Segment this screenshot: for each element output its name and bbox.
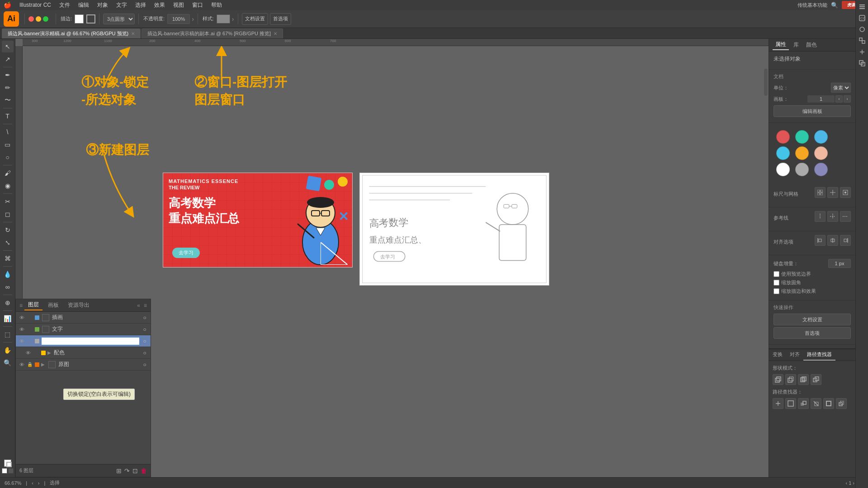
tab-1-close[interactable]: ✕ — [131, 31, 135, 36]
unit-select[interactable]: 像素 — [831, 83, 851, 93]
align-right-btn[interactable] — [840, 235, 851, 246]
shape-intersect-btn[interactable] — [798, 374, 809, 385]
tab-libraries[interactable]: 库 — [791, 40, 802, 50]
swatch-white[interactable] — [776, 163, 790, 176]
eraser-tool[interactable]: ◻ — [2, 208, 14, 220]
layer-eye-colors[interactable]: 👁 — [25, 350, 31, 356]
tab-pathfinder[interactable]: 路径查找器 — [803, 349, 835, 361]
layers-tab-layers[interactable]: 图层 — [24, 300, 42, 310]
layer-name-colors[interactable]: 配色 — [54, 349, 140, 357]
delete-layer-btn[interactable]: 🗑 — [141, 467, 147, 474]
line-tool[interactable]: \ — [2, 126, 14, 138]
layer-row-text[interactable]: 👁 文字 ○ — [16, 324, 151, 335]
swatch-orange[interactable] — [795, 146, 809, 160]
preferences-btn[interactable]: 首选项 — [270, 13, 291, 25]
tab-align[interactable]: 对齐 — [786, 349, 803, 361]
scale-tool[interactable]: ⤡ — [2, 237, 14, 249]
zoom-tool[interactable]: 🔍 — [2, 357, 14, 369]
pf-trim-btn[interactable] — [785, 398, 796, 409]
swatch-red[interactable] — [776, 130, 790, 144]
cc-libraries-icon[interactable]: CC — [857, 13, 867, 23]
opacity-input[interactable] — [167, 14, 190, 24]
preferences-quick-btn[interactable]: 首选项 — [774, 327, 851, 339]
menu-view[interactable]: 视图 — [170, 0, 188, 10]
shape-unite-btn[interactable] — [773, 374, 783, 385]
symbol-sprayer-tool[interactable]: ⊕ — [2, 297, 14, 309]
artboard-prev-btn[interactable]: ‹ — [835, 95, 843, 103]
layer-eye-new[interactable]: 👁 — [19, 338, 25, 344]
minimize-window-btn[interactable] — [36, 16, 41, 22]
layer-visibility-illustration[interactable]: ○ — [142, 314, 148, 321]
scroll-thumb-v[interactable] — [764, 69, 768, 96]
paintbrush-tool[interactable]: 🖌 — [2, 167, 14, 179]
align-left-btn[interactable] — [815, 235, 826, 246]
use-preview-bounds-checkbox[interactable] — [774, 271, 779, 277]
artboard-next-btn[interactable]: › — [844, 95, 851, 103]
blend-tool[interactable]: ∞ — [2, 281, 14, 293]
guide-btn2[interactable] — [827, 211, 838, 222]
appearance-icon[interactable] — [857, 24, 867, 34]
align-center-btn[interactable] — [827, 235, 838, 246]
menu-select[interactable]: 选择 — [132, 0, 150, 10]
ellipse-tool[interactable]: ○ — [2, 151, 14, 163]
stroke-color-chip[interactable] — [86, 14, 95, 23]
swatch-gray[interactable] — [795, 163, 809, 176]
menu-illustrator-cc[interactable]: Illustrator CC — [16, 1, 55, 9]
layers-panel-close-btn[interactable]: ≡ — [144, 302, 147, 309]
pf-outline-btn[interactable] — [823, 398, 834, 409]
scale-effects-checkbox[interactable] — [774, 288, 779, 294]
new-sublayer-btn[interactable]: ⊞ — [116, 467, 122, 474]
layer-expand-original[interactable]: ▶ — [41, 362, 45, 367]
style-chevron[interactable]: › — [232, 15, 234, 23]
fill-color-chip[interactable] — [75, 14, 84, 23]
panel-options-btn[interactable]: ⊡ — [132, 467, 138, 474]
layer-name-illustration[interactable]: 插画 — [52, 314, 140, 321]
tab-2[interactable]: 插边风-banner演示稿的副本.ai @ 67% [RGB/GPU 推览] ✕ — [142, 28, 283, 38]
swatch-light-blue[interactable] — [814, 130, 828, 144]
pen-tool[interactable]: ✒ — [2, 69, 14, 81]
close-window-btn[interactable] — [28, 16, 34, 22]
layer-name-input[interactable] — [41, 337, 140, 345]
direct-select-tool[interactable]: ↗ — [2, 53, 14, 65]
rotate-tool[interactable]: ↻ — [2, 224, 14, 236]
zoom-in-btn[interactable]: › — [38, 480, 40, 486]
move-selection-btn[interactable]: ↷ — [124, 467, 130, 474]
doc-settings-quick-btn[interactable]: 文档设置 — [774, 314, 851, 325]
opacity-chevron[interactable]: › — [192, 15, 194, 23]
maximize-window-btn[interactable] — [43, 16, 48, 22]
shape-select[interactable]: 3点圆形 — [103, 14, 135, 24]
rect-tool[interactable]: ▭ — [2, 139, 14, 150]
tab-transform[interactable]: 变换 — [769, 349, 786, 361]
type-tool[interactable]: T — [2, 110, 14, 122]
column-graph-tool[interactable]: 📊 — [2, 313, 14, 324]
layer-lock-original[interactable]: 🔒 — [27, 362, 33, 367]
search-icon[interactable]: 🔍 — [831, 2, 838, 9]
layer-visibility-text[interactable]: ○ — [142, 326, 148, 333]
scissors-tool[interactable]: ✂ — [2, 196, 14, 207]
select-tool[interactable]: ↖ — [2, 41, 14, 52]
shape-minus-btn[interactable] — [785, 374, 796, 385]
menu-text[interactable]: 文字 — [113, 0, 131, 10]
tab-1[interactable]: 插边风-banner演示精稿.ai @ 66.67% (RGB/GPU 预览) … — [2, 28, 141, 38]
pf-crop-btn[interactable] — [811, 398, 821, 409]
pencil-tool[interactable]: ✏ — [2, 82, 14, 94]
guide-btn1[interactable] — [815, 211, 826, 222]
pathfinder-icon[interactable] — [857, 58, 867, 68]
fill-indicator[interactable] — [4, 460, 11, 467]
edit-artboard-btn[interactable]: 编辑画板 — [774, 105, 851, 117]
keyboard-increment-input[interactable] — [828, 259, 851, 268]
artboard-prev-status-btn[interactable]: ‹ — [845, 480, 847, 486]
curvature-tool[interactable]: 〜 — [2, 94, 14, 106]
hand-tool[interactable]: ✋ — [2, 344, 14, 356]
snap-point-btn[interactable] — [827, 187, 838, 198]
layer-eye-illustration[interactable]: 👁 — [19, 315, 25, 320]
blob-brush-tool[interactable]: ◉ — [2, 180, 14, 192]
tab-2-close[interactable]: ✕ — [274, 31, 277, 36]
layer-row-original[interactable]: 👁 🔒 ▶ 原图 ○ — [16, 359, 151, 371]
snap-grid-btn[interactable] — [815, 187, 826, 198]
artboard-next-status-btn[interactable]: › — [853, 480, 854, 486]
swatch-cyan[interactable] — [776, 146, 790, 160]
transform-icon[interactable] — [857, 36, 867, 46]
pf-merge-btn[interactable] — [798, 398, 809, 409]
layer-row-new[interactable]: 👁 ○ — [16, 335, 151, 347]
